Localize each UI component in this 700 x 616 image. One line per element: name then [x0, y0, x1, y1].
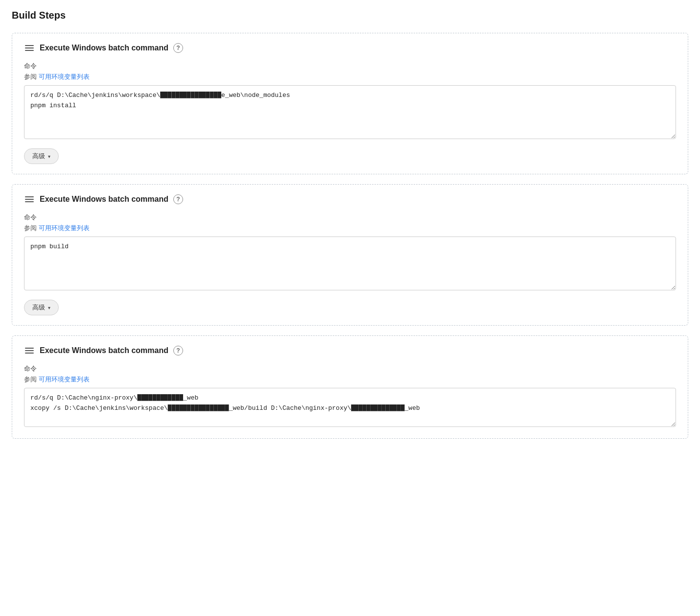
command-textarea-1[interactable]: rd/s/q D:\Cache\jenkins\workspace\██████…	[24, 85, 676, 139]
env-link-row-1: 参阅 可用环境变量列表	[24, 72, 676, 81]
chevron-down-icon-2: ▾	[48, 305, 50, 310]
env-link-2[interactable]: 可用环境变量列表	[39, 224, 90, 232]
drag-handle-2[interactable]	[24, 195, 35, 203]
env-prefix-1: 参阅	[24, 73, 37, 80]
drag-handle-3[interactable]	[24, 347, 35, 355]
command-textarea-3[interactable]: rd/s/q D:\Cache\nginx-proxy\████████████…	[24, 388, 676, 427]
env-link-row-3: 参阅 可用环境变量列表	[24, 375, 676, 384]
drag-handle-1[interactable]	[24, 44, 35, 52]
chevron-down-icon-1: ▾	[48, 154, 50, 159]
env-prefix-3: 参阅	[24, 376, 37, 383]
step-header-1: Execute Windows batch command ?	[24, 43, 676, 53]
advanced-btn-1[interactable]: 高级 ▾	[24, 148, 59, 164]
build-step-2: Execute Windows batch command ? 命令 参阅 可用…	[12, 184, 688, 326]
step-header-2: Execute Windows batch command ?	[24, 194, 676, 204]
advanced-row-1: 高级 ▾	[24, 148, 676, 164]
advanced-label-1: 高级	[32, 152, 45, 161]
env-link-1[interactable]: 可用环境变量列表	[39, 73, 90, 80]
env-prefix-2: 参阅	[24, 224, 37, 232]
env-link-row-2: 参阅 可用环境变量列表	[24, 224, 676, 233]
advanced-label-2: 高级	[32, 303, 45, 312]
step-title-3: Execute Windows batch command	[40, 346, 168, 355]
command-label-3: 命令	[24, 364, 676, 373]
step-title-2: Execute Windows batch command	[40, 195, 168, 204]
advanced-row-2: 高级 ▾	[24, 300, 676, 315]
build-step-1: Execute Windows batch command ? 命令 参阅 可用…	[12, 33, 688, 174]
step-title-1: Execute Windows batch command	[40, 44, 168, 52]
help-icon-2[interactable]: ?	[173, 194, 183, 204]
command-textarea-2[interactable]: pnpm build	[24, 237, 676, 290]
build-steps-container: Execute Windows batch command ? 命令 参阅 可用…	[12, 33, 688, 439]
advanced-btn-2[interactable]: 高级 ▾	[24, 300, 59, 315]
command-label-2: 命令	[24, 213, 676, 222]
command-label-1: 命令	[24, 62, 676, 71]
build-step-3: Execute Windows batch command ? 命令 参阅 可用…	[12, 335, 688, 439]
env-link-3[interactable]: 可用环境变量列表	[39, 376, 90, 383]
page-title: Build Steps	[12, 10, 688, 21]
help-icon-3[interactable]: ?	[173, 346, 183, 355]
help-icon-1[interactable]: ?	[173, 43, 183, 53]
step-header-3: Execute Windows batch command ?	[24, 346, 676, 355]
